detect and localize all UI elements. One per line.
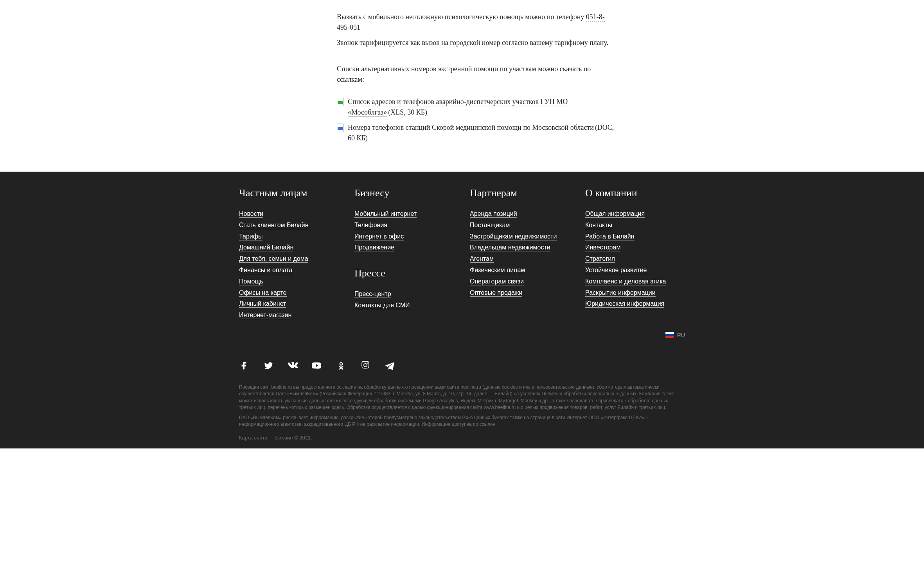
file-item-doc: Номера телефонов станций Скорой медицинс… bbox=[337, 122, 615, 143]
legal-p1: Посещая сайт beeline.ru вы предоставляет… bbox=[239, 384, 685, 411]
footer-link[interactable]: Интернет-магазин bbox=[239, 312, 291, 319]
language-switcher[interactable]: RU bbox=[239, 332, 685, 338]
vk-icon[interactable] bbox=[288, 360, 298, 372]
file-item-xls: Список адресов и телефонов аварийно-дисп… bbox=[337, 97, 615, 118]
footer-link[interactable]: Оптовые продажи bbox=[470, 289, 522, 297]
footer-link[interactable]: Помощь bbox=[239, 278, 263, 285]
paragraph-tariff: Звонок тарифицируется как вызов на город… bbox=[337, 38, 615, 48]
footer-link[interactable]: Стратегия bbox=[585, 255, 615, 263]
footer-link[interactable]: Комплаенс и деловая этика bbox=[585, 278, 666, 285]
facebook-icon[interactable] bbox=[239, 360, 249, 372]
footer-col-title: Прессе bbox=[354, 267, 454, 279]
footer-link[interactable]: Новости bbox=[239, 210, 263, 218]
file-meta: (XLS, 30 КБ) bbox=[387, 108, 427, 116]
social-bar bbox=[239, 350, 685, 372]
site-footer: Частным лицам Новости Стать клиентом Бил… bbox=[0, 172, 924, 448]
footer-link[interactable]: Контакты для СМИ bbox=[354, 302, 410, 309]
twitter-icon[interactable] bbox=[263, 360, 273, 372]
file-list: Список адресов и телефонов аварийно-дисп… bbox=[337, 97, 615, 143]
file-link[interactable]: Список адресов и телефонов аварийно-дисп… bbox=[348, 98, 568, 117]
footer-link[interactable]: Юридическая информация bbox=[585, 300, 664, 308]
footer-link[interactable]: Интернет в офис bbox=[354, 233, 404, 240]
footer-link[interactable]: Контакты bbox=[585, 222, 612, 229]
footer-col-title: О компании bbox=[585, 187, 685, 199]
youtube-icon[interactable] bbox=[312, 360, 322, 372]
paragraph-help: Вызвать с мобильного неотложную психолог… bbox=[337, 12, 615, 33]
footer-col-about: О компании Общая информация Контакты Раб… bbox=[585, 187, 685, 323]
footer-link[interactable]: Операторам связи bbox=[470, 278, 524, 285]
file-link[interactable]: Номера телефонов станций Скорой медицинс… bbox=[348, 124, 594, 132]
footer-link[interactable]: Общая информация bbox=[585, 210, 645, 218]
footer-link[interactable]: Инвесторам bbox=[585, 244, 620, 251]
footer-link[interactable]: Устойчивое развитие bbox=[585, 267, 647, 274]
footer-col-title: Частным лицам bbox=[239, 187, 339, 199]
legal-p2: ПАО «ВымпелКом» раскрывает информацию, р… bbox=[239, 414, 685, 428]
footer-link[interactable]: Продвижение bbox=[354, 244, 394, 251]
doc-icon bbox=[337, 124, 344, 132]
legal-text: Посещая сайт beeline.ru вы предоставляет… bbox=[239, 384, 685, 428]
footer-col-title: Партнерам bbox=[470, 187, 570, 199]
footer-link[interactable]: Пресс-центр bbox=[354, 290, 391, 298]
copyright: Билайн © 2021. bbox=[275, 435, 312, 441]
footer-link[interactable]: Физическим лицам bbox=[470, 267, 525, 274]
footer-link[interactable]: Поставщикам bbox=[470, 222, 510, 229]
footer-link[interactable]: Аренда позиций bbox=[470, 210, 517, 218]
instagram-icon[interactable] bbox=[360, 360, 370, 372]
footer-link[interactable]: Для тебя, семьи и дома bbox=[239, 255, 308, 263]
flag-ru-icon bbox=[665, 332, 674, 338]
footer-link[interactable]: Домашний Билайн bbox=[239, 244, 293, 251]
footer-link[interactable]: Работа в Билайн bbox=[585, 233, 635, 240]
footer-link[interactable]: Мобильный интернет bbox=[354, 210, 417, 218]
sitemap-link[interactable]: Карта сайта bbox=[239, 435, 267, 441]
footer-columns: Частным лицам Новости Стать клиентом Бил… bbox=[239, 187, 685, 323]
footer-link[interactable]: Тарифы bbox=[239, 233, 262, 240]
footer-col-title: Бизнесу bbox=[354, 187, 454, 199]
footer-link[interactable]: Агентам bbox=[470, 255, 494, 263]
footer-col-private: Частным лицам Новости Стать клиентом Бил… bbox=[239, 187, 339, 323]
footer-col-partners: Партнерам Аренда позиций Поставщикам Зас… bbox=[470, 187, 570, 323]
footer-link[interactable]: Телефония bbox=[354, 222, 387, 229]
footer-link[interactable]: Застройщикам недвижимости bbox=[470, 233, 557, 240]
language-label: RU bbox=[677, 332, 685, 338]
bottom-line: Карта сайта Билайн © 2021. bbox=[239, 435, 685, 441]
footer-link[interactable]: Офисы на карте bbox=[239, 289, 287, 297]
xls-icon bbox=[337, 98, 344, 106]
paragraph-download: Списки альтернативных номеров экстренной… bbox=[337, 64, 615, 85]
telegram-icon[interactable] bbox=[385, 360, 395, 372]
footer-col-business: Бизнесу Мобильный интернет Телефония Инт… bbox=[354, 187, 454, 323]
footer-link[interactable]: Личный кабинет bbox=[239, 300, 286, 308]
footer-link[interactable]: Раскрытие информации bbox=[585, 289, 656, 297]
article-body: Вызвать с мобильного неотложную психолог… bbox=[302, 0, 622, 172]
footer-link[interactable]: Финансы и оплата bbox=[239, 267, 293, 274]
footer-link[interactable]: Владельцам недвижимости bbox=[470, 244, 550, 251]
footer-link[interactable]: Стать клиентом Билайн bbox=[239, 222, 308, 229]
ok-icon[interactable] bbox=[336, 360, 346, 372]
